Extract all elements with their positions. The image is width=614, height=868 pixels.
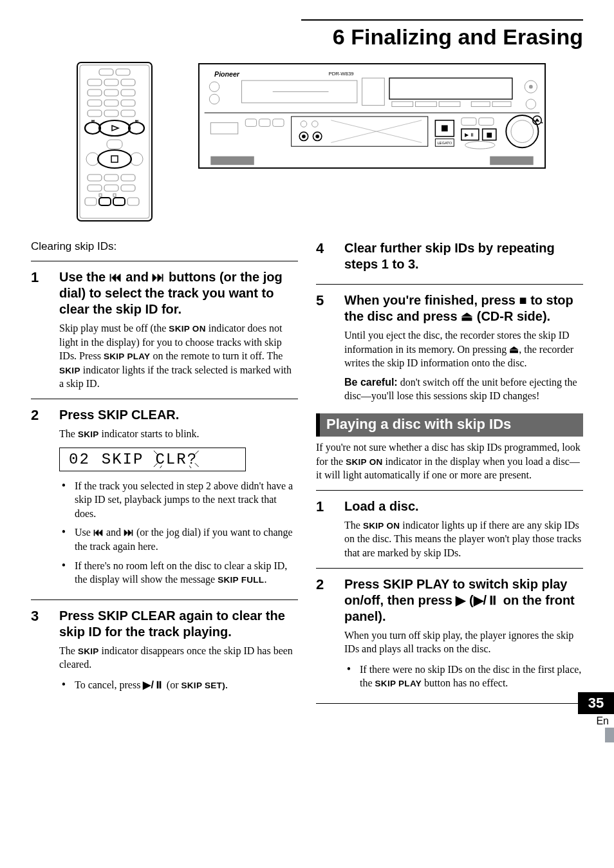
text: indicator starts to blink. xyxy=(99,428,200,439)
svg-point-65 xyxy=(302,135,306,138)
bullet-text: To cancel, press ▶/⏸ (or SKIP SET). xyxy=(75,678,298,692)
svg-marker-84 xyxy=(535,118,540,122)
svg-rect-10 xyxy=(88,100,102,106)
bullet-dot: • xyxy=(59,678,68,692)
bullet-dot: • xyxy=(59,559,68,587)
svg-rect-75 xyxy=(479,118,494,126)
text: and xyxy=(122,270,153,284)
text: indicator lights if the track selected i… xyxy=(59,364,292,390)
svg-point-25 xyxy=(98,150,131,168)
message-name: SKIP FULL xyxy=(218,575,264,585)
svg-text:Pioneer: Pioneer xyxy=(214,70,240,78)
svg-rect-13 xyxy=(88,110,102,117)
text: . xyxy=(264,574,266,585)
svg-rect-26 xyxy=(111,156,118,162)
svg-rect-59 xyxy=(259,119,270,127)
page-number: 35 xyxy=(578,692,614,714)
svg-point-85 xyxy=(541,122,543,123)
svg-rect-51 xyxy=(471,102,490,107)
bullet: • If the track you selected in step 2 ab… xyxy=(59,479,298,521)
separator xyxy=(316,284,583,285)
step-number: 2 xyxy=(316,576,330,695)
clearing-step-5: 5 When you're finished, press ■ to stop … xyxy=(316,292,583,403)
chapter-title: 6 Finalizing and Erasing xyxy=(31,24,583,50)
svg-rect-1 xyxy=(80,65,149,218)
svg-rect-31 xyxy=(104,185,118,191)
play-step-1: 1 Load a disc. The SKIP ON indicator lig… xyxy=(316,498,583,560)
bullet: • To cancel, press ▶/⏸ (or SKIP SET). xyxy=(59,678,298,692)
bullet-text: If the track you selected in step 2 abov… xyxy=(75,479,298,521)
svg-point-80 xyxy=(465,142,495,149)
svg-point-54 xyxy=(529,85,533,89)
step-heading: When you're finished, press ■ to stop th… xyxy=(344,292,583,325)
svg-rect-47 xyxy=(389,78,512,99)
step-body-text: Skip play must be off (the SKIP ON indic… xyxy=(59,321,298,391)
text: Use the xyxy=(59,270,109,284)
text: The xyxy=(59,428,78,439)
bullet-text: If there were no skip IDs on the disc in… xyxy=(360,663,583,690)
svg-rect-14 xyxy=(104,110,118,117)
svg-rect-58 xyxy=(245,119,256,127)
text: Skip play must be off (the xyxy=(59,323,169,334)
header-rule xyxy=(301,19,583,21)
svg-rect-28 xyxy=(104,175,118,181)
next-track-icon: ⏭ xyxy=(152,270,165,284)
step-number: 1 xyxy=(316,498,330,560)
display-track: 02 xyxy=(69,451,90,468)
indicator-name: SKIP xyxy=(59,366,80,375)
separator xyxy=(31,599,298,600)
clearing-step-4: 4 Clear further skip IDs by repeating st… xyxy=(316,240,583,276)
bullet-dot: • xyxy=(59,479,68,521)
svg-rect-48 xyxy=(392,102,413,107)
clearing-step-1: 1 Use the ⏮ and ⏭ buttons (or the jog di… xyxy=(31,269,298,391)
step-number: 5 xyxy=(316,292,330,403)
svg-rect-46 xyxy=(362,78,385,105)
clearing-step-3: 3 Press SKIP CLEAR again to clear the sk… xyxy=(31,608,298,697)
separator xyxy=(316,703,583,704)
svg-rect-39 xyxy=(199,64,545,168)
left-column: Clearing skip IDs: 1 Use the ⏮ and ⏭ but… xyxy=(31,240,298,712)
section-intro: If you're not sure whether a disc has sk… xyxy=(316,440,583,482)
svg-text:LEGATO: LEGATO xyxy=(437,141,452,145)
step-body-text: Until you eject the disc, the recorder s… xyxy=(344,328,583,370)
svg-rect-0 xyxy=(77,62,152,221)
display-skip: SKIP xyxy=(102,451,144,468)
svg-rect-86 xyxy=(210,156,254,165)
prev-track-icon: ⏮ xyxy=(93,527,104,538)
bullet-text: If there's no room left on the disc to c… xyxy=(75,559,298,587)
page-language: En xyxy=(578,714,614,727)
svg-rect-11 xyxy=(104,100,118,106)
svg-point-63 xyxy=(312,121,318,127)
svg-text:PDR-W839: PDR-W839 xyxy=(329,71,354,77)
svg-text:▶ ⏸: ▶ ⏸ xyxy=(465,132,475,138)
eject-icon: ⏏ xyxy=(509,344,519,355)
indicator-name: SKIP ON xyxy=(363,521,400,531)
right-column: 4 Clear further skip IDs by repeating st… xyxy=(316,240,583,712)
step-heading: Press SKIP CLEAR. xyxy=(59,407,298,423)
play-step-2: 2 Press SKIP PLAY to switch skip play on… xyxy=(316,576,583,695)
text: on the remote to turn it off. The xyxy=(150,350,283,361)
play-pause-icon: ▶/⏸ xyxy=(474,593,500,607)
thumb-tab xyxy=(605,728,614,742)
svg-point-62 xyxy=(301,121,307,127)
step-heading: Press SKIP CLEAR again to clear the skip… xyxy=(59,608,298,640)
svg-point-43 xyxy=(209,94,219,104)
button-name: SKIP SET xyxy=(181,681,223,690)
separator xyxy=(31,261,298,261)
section-heading: Playing a disc with skip IDs xyxy=(316,413,583,437)
svg-rect-35 xyxy=(113,198,125,205)
svg-text:⏭: ⏭ xyxy=(135,118,138,122)
text: (or xyxy=(164,679,181,690)
step-number: 3 xyxy=(31,608,45,697)
indicator-name: SKIP xyxy=(78,429,99,439)
device-diagrams: ⏮ ⏭ Pioneer PDR-W839 xyxy=(76,61,583,222)
text: Use xyxy=(75,527,93,538)
svg-rect-9 xyxy=(121,90,135,96)
bullet-text: Use ⏮ and ⏭ (or the jog dial) if you wan… xyxy=(75,525,298,553)
separator xyxy=(316,568,583,569)
step-body-text: The SKIP ON indicator lights up if there… xyxy=(344,518,583,560)
step-body-text: The SKIP indicator starts to blink. xyxy=(59,427,298,441)
step-body-text: The SKIP indicator disappears once the s… xyxy=(59,644,298,672)
cd-recorder-diagram: Pioneer PDR-W839 LEGATO xyxy=(198,61,546,171)
text: (CD-R side). xyxy=(473,309,550,323)
